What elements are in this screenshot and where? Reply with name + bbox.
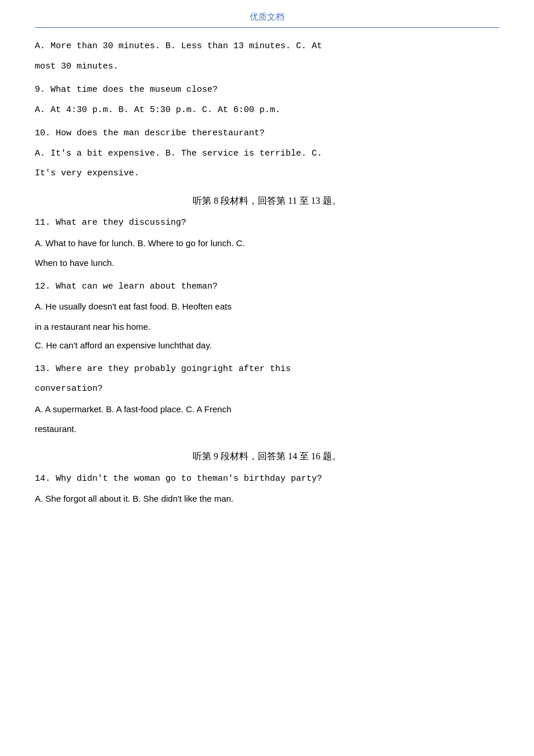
header: 优质文档 (35, 12, 499, 23)
q9-options: A. At 4:30 p.m. B. At 5:30 p.m. C. At 6:… (35, 102, 499, 119)
q12-block: 12. What can we learn about theman? A. H… (35, 279, 499, 354)
q13-option-line1: A. A supermarket. B. A fast-food place. … (35, 401, 499, 418)
q8-option-line1: A. More than 30 minutes. B. Less than 13… (35, 38, 499, 55)
q9-block: 9. What time does the museum close? A. A… (35, 82, 499, 118)
q14-question: 14. Why didn't the woman go to theman's … (35, 471, 499, 488)
page-divider (35, 27, 499, 28)
q13-block: 13. Where are they probably goingright a… (35, 361, 499, 438)
q11-option-line1: A. What to have for lunch. B. Where to g… (35, 235, 499, 252)
q10-option-line1: A. It's a bit expensive. B. The service … (35, 146, 499, 163)
q13-question: 13. Where are they probably goingright a… (35, 361, 499, 378)
section9-header: 听第 9 段材料，回答第 14 至 16 题。 (35, 448, 499, 465)
content-area: A. More than 30 minutes. B. Less than 13… (35, 38, 499, 507)
q8-options: A. More than 30 minutes. B. Less than 13… (35, 38, 499, 75)
q10-option-line2: It's very expensive. (35, 165, 499, 182)
q11-option-line2: When to have lunch. (35, 255, 499, 272)
q12-option-line3: C. He can't afford an expensive lunchtha… (35, 337, 499, 354)
q13-question-cont: conversation? (35, 381, 499, 398)
q12-option-line1: A. He usually doesn't eat fast food. B. … (35, 298, 499, 315)
q12-question: 12. What can we learn about theman? (35, 279, 499, 296)
q14-option-line1: A. She forgot all about it. B. She didn'… (35, 491, 499, 507)
q10-question: 10. How does the man describe therestaur… (35, 125, 499, 142)
q12-option-line2: in a restaurant near his home. (35, 319, 499, 336)
q8-option-line2: most 30 minutes. (35, 59, 499, 75)
q11-block: 11. What are they discussing? A. What to… (35, 215, 499, 272)
q14-block: 14. Why didn't the woman go to theman's … (35, 471, 499, 507)
section8-header: 听第 8 段材料，回答第 11 至 13 题。 (35, 193, 499, 210)
q10-block: 10. How does the man describe therestaur… (35, 125, 499, 182)
q9-question: 9. What time does the museum close? (35, 82, 499, 99)
q11-question: 11. What are they discussing? (35, 215, 499, 232)
q13-option-line2: restaurant. (35, 421, 499, 438)
page-container: 优质文档 A. More than 30 minutes. B. Less th… (0, 0, 534, 756)
header-title: 优质文档 (250, 12, 284, 21)
